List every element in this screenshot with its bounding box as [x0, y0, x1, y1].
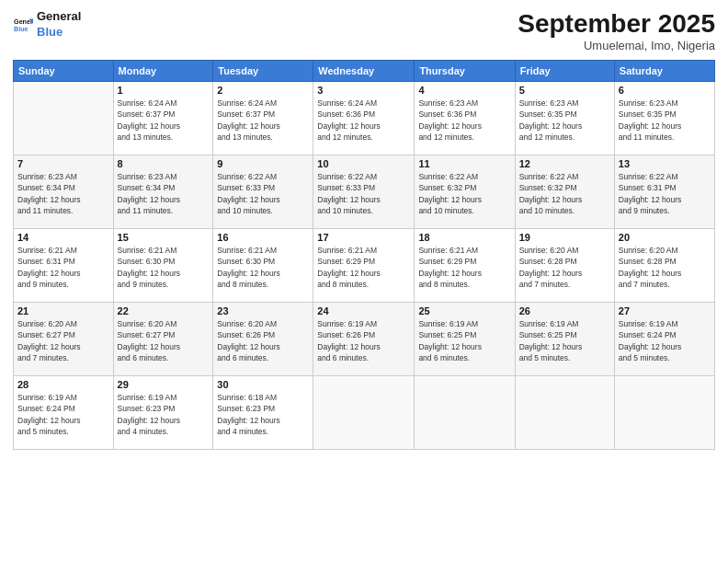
day-number: 16 — [217, 232, 309, 243]
day-number: 18 — [418, 232, 510, 243]
calendar-cell — [515, 376, 614, 450]
day-number: 27 — [619, 305, 711, 316]
day-info: Sunrise: 6:22 AMSunset: 6:32 PMDaylight:… — [418, 171, 510, 216]
calendar-cell: 11Sunrise: 6:22 AMSunset: 6:32 PMDayligh… — [415, 155, 515, 229]
calendar-cell: 8Sunrise: 6:23 AMSunset: 6:34 PMDaylight… — [113, 155, 213, 229]
logo-line1: General — [37, 9, 81, 25]
day-info: Sunrise: 6:23 AMSunset: 6:36 PMDaylight:… — [418, 98, 510, 143]
calendar-week-row: 14Sunrise: 6:21 AMSunset: 6:31 PMDayligh… — [14, 229, 715, 303]
calendar-cell: 17Sunrise: 6:21 AMSunset: 6:29 PMDayligh… — [313, 229, 415, 303]
calendar-cell: 14Sunrise: 6:21 AMSunset: 6:31 PMDayligh… — [14, 229, 114, 303]
calendar-week-row: 28Sunrise: 6:19 AMSunset: 6:24 PMDayligh… — [14, 376, 715, 450]
calendar-cell: 5Sunrise: 6:23 AMSunset: 6:35 PMDaylight… — [515, 82, 614, 155]
calendar-cell — [415, 376, 515, 450]
day-info: Sunrise: 6:22 AMSunset: 6:32 PMDaylight:… — [519, 171, 610, 216]
day-info: Sunrise: 6:21 AMSunset: 6:31 PMDaylight:… — [17, 245, 109, 290]
day-number: 5 — [519, 85, 610, 96]
day-info: Sunrise: 6:19 AMSunset: 6:25 PMDaylight:… — [418, 318, 510, 363]
day-info: Sunrise: 6:21 AMSunset: 6:30 PMDaylight:… — [217, 245, 309, 290]
day-info: Sunrise: 6:21 AMSunset: 6:30 PMDaylight:… — [118, 245, 210, 290]
month-title: September 2025 — [518, 9, 715, 39]
calendar-cell: 10Sunrise: 6:22 AMSunset: 6:33 PMDayligh… — [313, 155, 415, 229]
calendar-cell: 6Sunrise: 6:23 AMSunset: 6:35 PMDaylight… — [614, 82, 714, 155]
day-info: Sunrise: 6:24 AMSunset: 6:36 PMDaylight:… — [317, 98, 410, 143]
day-info: Sunrise: 6:19 AMSunset: 6:26 PMDaylight:… — [317, 318, 410, 363]
calendar-cell — [313, 376, 415, 450]
day-info: Sunrise: 6:19 AMSunset: 6:25 PMDaylight:… — [519, 318, 610, 363]
calendar-cell: 21Sunrise: 6:20 AMSunset: 6:27 PMDayligh… — [14, 303, 114, 376]
calendar-cell: 22Sunrise: 6:20 AMSunset: 6:27 PMDayligh… — [113, 303, 213, 376]
day-number: 7 — [17, 158, 109, 169]
logo-line2: Blue — [37, 25, 81, 40]
day-info: Sunrise: 6:23 AMSunset: 6:34 PMDaylight:… — [118, 171, 210, 216]
header-day: Monday — [113, 61, 213, 82]
calendar-week-row: 1Sunrise: 6:24 AMSunset: 6:37 PMDaylight… — [14, 82, 715, 155]
day-info: Sunrise: 6:23 AMSunset: 6:35 PMDaylight:… — [519, 98, 610, 143]
calendar-header: SundayMondayTuesdayWednesdayThursdayFrid… — [14, 61, 715, 82]
day-info: Sunrise: 6:21 AMSunset: 6:29 PMDaylight:… — [317, 245, 410, 290]
header-day: Sunday — [14, 61, 114, 82]
day-number: 19 — [519, 232, 610, 243]
calendar-cell: 27Sunrise: 6:19 AMSunset: 6:24 PMDayligh… — [614, 303, 714, 376]
day-number: 17 — [317, 232, 410, 243]
calendar-cell: 26Sunrise: 6:19 AMSunset: 6:25 PMDayligh… — [515, 303, 614, 376]
calendar-cell: 13Sunrise: 6:22 AMSunset: 6:31 PMDayligh… — [614, 155, 714, 229]
logo: General Blue General Blue — [13, 9, 81, 40]
day-number: 28 — [17, 379, 109, 390]
calendar-cell: 12Sunrise: 6:22 AMSunset: 6:32 PMDayligh… — [515, 155, 614, 229]
calendar-cell: 2Sunrise: 6:24 AMSunset: 6:37 PMDaylight… — [213, 82, 313, 155]
day-info: Sunrise: 6:20 AMSunset: 6:28 PMDaylight:… — [619, 245, 711, 290]
day-info: Sunrise: 6:19 AMSunset: 6:24 PMDaylight:… — [17, 392, 109, 437]
day-number: 10 — [317, 158, 410, 169]
calendar-table: SundayMondayTuesdayWednesdayThursdayFrid… — [13, 60, 715, 450]
calendar-cell: 19Sunrise: 6:20 AMSunset: 6:28 PMDayligh… — [515, 229, 614, 303]
calendar-cell — [14, 82, 114, 155]
day-info: Sunrise: 6:22 AMSunset: 6:31 PMDaylight:… — [619, 171, 711, 216]
calendar-cell — [614, 376, 714, 450]
day-number: 14 — [17, 232, 109, 243]
calendar-body: 1Sunrise: 6:24 AMSunset: 6:37 PMDaylight… — [14, 82, 715, 450]
day-info: Sunrise: 6:24 AMSunset: 6:37 PMDaylight:… — [118, 98, 210, 143]
calendar-cell: 20Sunrise: 6:20 AMSunset: 6:28 PMDayligh… — [614, 229, 714, 303]
calendar-cell: 1Sunrise: 6:24 AMSunset: 6:37 PMDaylight… — [113, 82, 213, 155]
day-number: 22 — [118, 305, 210, 316]
day-number: 29 — [118, 379, 210, 390]
day-info: Sunrise: 6:19 AMSunset: 6:24 PMDaylight:… — [619, 318, 711, 363]
page-header: General Blue General Blue September 2025… — [13, 9, 715, 52]
day-number: 23 — [217, 305, 309, 316]
day-info: Sunrise: 6:22 AMSunset: 6:33 PMDaylight:… — [217, 171, 309, 216]
logo-icon: General Blue — [13, 15, 33, 35]
title-block: September 2025 Umuelemai, Imo, Nigeria — [518, 9, 715, 52]
day-info: Sunrise: 6:22 AMSunset: 6:33 PMDaylight:… — [317, 171, 410, 216]
header-day: Friday — [515, 61, 614, 82]
day-info: Sunrise: 6:19 AMSunset: 6:23 PMDaylight:… — [118, 392, 210, 437]
day-number: 20 — [619, 232, 711, 243]
day-number: 25 — [418, 305, 510, 316]
calendar-cell: 7Sunrise: 6:23 AMSunset: 6:34 PMDaylight… — [14, 155, 114, 229]
day-info: Sunrise: 6:20 AMSunset: 6:27 PMDaylight:… — [17, 318, 109, 363]
header-row: SundayMondayTuesdayWednesdayThursdayFrid… — [14, 61, 715, 82]
calendar-cell: 30Sunrise: 6:18 AMSunset: 6:23 PMDayligh… — [213, 376, 313, 450]
day-info: Sunrise: 6:23 AMSunset: 6:34 PMDaylight:… — [17, 171, 109, 216]
calendar-week-row: 21Sunrise: 6:20 AMSunset: 6:27 PMDayligh… — [14, 303, 715, 376]
day-number: 9 — [217, 158, 309, 169]
header-day: Saturday — [614, 61, 714, 82]
day-number: 6 — [619, 85, 711, 96]
day-number: 30 — [217, 379, 309, 390]
day-info: Sunrise: 6:20 AMSunset: 6:27 PMDaylight:… — [118, 318, 210, 363]
location-subtitle: Umuelemai, Imo, Nigeria — [518, 39, 715, 52]
calendar-cell: 29Sunrise: 6:19 AMSunset: 6:23 PMDayligh… — [113, 376, 213, 450]
day-info: Sunrise: 6:20 AMSunset: 6:26 PMDaylight:… — [217, 318, 309, 363]
day-number: 3 — [317, 85, 410, 96]
header-day: Tuesday — [213, 61, 313, 82]
day-number: 24 — [317, 305, 410, 316]
calendar-cell: 4Sunrise: 6:23 AMSunset: 6:36 PMDaylight… — [415, 82, 515, 155]
calendar-cell: 16Sunrise: 6:21 AMSunset: 6:30 PMDayligh… — [213, 229, 313, 303]
day-number: 12 — [519, 158, 610, 169]
day-number: 11 — [418, 158, 510, 169]
calendar-cell: 3Sunrise: 6:24 AMSunset: 6:36 PMDaylight… — [313, 82, 415, 155]
header-day: Thursday — [415, 61, 515, 82]
day-number: 26 — [519, 305, 610, 316]
day-number: 8 — [118, 158, 210, 169]
day-number: 13 — [619, 158, 711, 169]
